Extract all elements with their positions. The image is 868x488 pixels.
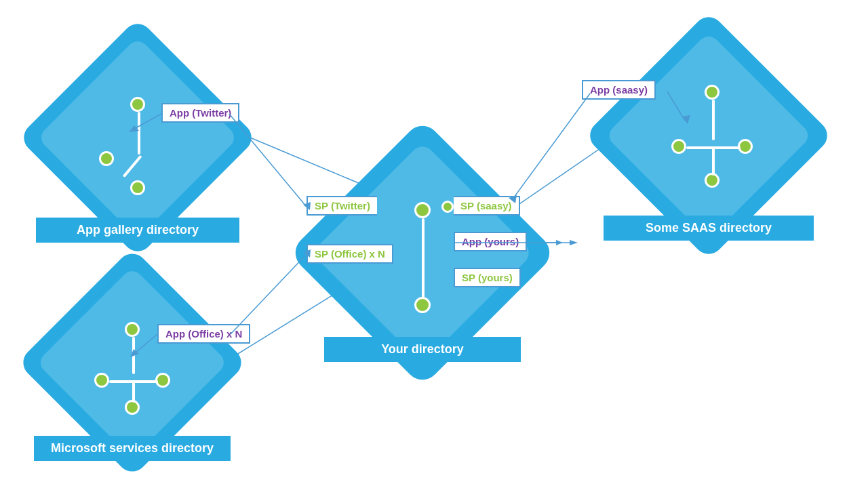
sp-saasy-annotation: SP (saasy) xyxy=(454,196,520,216)
node-top xyxy=(705,85,719,100)
node-bottom xyxy=(130,180,145,195)
sp-office-annotation: SP (Office) x N xyxy=(307,244,393,264)
node-bottom xyxy=(414,297,431,313)
svg-marker-4 xyxy=(556,240,563,245)
node-top xyxy=(414,202,431,218)
saas-label: Some SAAS directory xyxy=(604,216,814,241)
junction-dot xyxy=(441,201,454,213)
saas-directory: Some SAAS directory xyxy=(610,37,807,234)
app-twitter-annotation: App (Twitter) xyxy=(161,103,239,123)
node-left xyxy=(94,373,109,388)
node-top xyxy=(130,97,145,112)
microsoft-label: Microsoft services directory xyxy=(34,436,231,461)
svg-marker-18 xyxy=(570,240,578,245)
svg-line-15 xyxy=(231,254,307,334)
node-left xyxy=(99,151,114,166)
app-gallery-directory: App gallery directory xyxy=(39,39,236,236)
node-left xyxy=(671,139,686,154)
app-office-annotation: App (Office) x N xyxy=(157,324,250,344)
app-saasy-annotation: App (saasy) xyxy=(582,80,656,100)
app-gallery-label: App gallery directory xyxy=(36,218,239,243)
sp-twitter-annotation: SP (Twitter) xyxy=(307,196,377,216)
your-directory-label: Your directory xyxy=(324,337,521,362)
sp-yours-annotation: SP (yours) xyxy=(454,268,521,287)
app-yours-annotation: App (yours) xyxy=(454,232,527,251)
node-top xyxy=(125,322,140,337)
microsoft-directory: Microsoft services directory xyxy=(41,271,224,454)
